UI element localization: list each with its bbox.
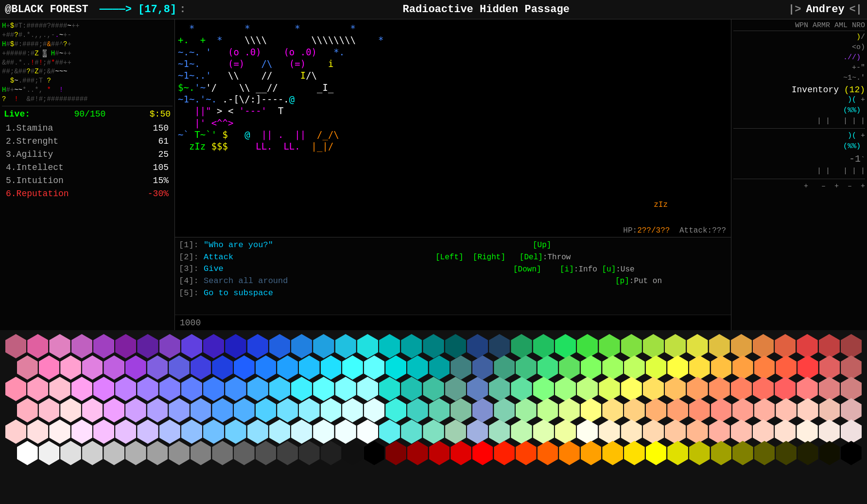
palette-color[interactable]	[299, 355, 320, 380]
palette-color[interactable]	[313, 377, 334, 401]
palette-color[interactable]	[511, 334, 532, 358]
palette-color[interactable]	[159, 334, 180, 358]
palette-color[interactable]	[115, 420, 136, 444]
palette-color[interactable]	[277, 441, 298, 465]
palette-grid[interactable]	[0, 334, 867, 504]
palette-color[interactable]	[841, 377, 862, 401]
action-3[interactable]: [3]: Give	[179, 263, 426, 275]
palette-color[interactable]	[643, 377, 664, 401]
palette-color[interactable]	[5, 334, 26, 358]
palette-color[interactable]	[225, 334, 246, 358]
palette-color[interactable]	[667, 355, 688, 380]
palette-color[interactable]	[247, 334, 268, 358]
palette-color[interactable]	[181, 377, 202, 401]
palette-color[interactable]	[451, 398, 471, 422]
palette-color[interactable]	[17, 398, 38, 422]
palette-color[interactable]	[423, 334, 444, 358]
palette-color[interactable]	[423, 420, 444, 444]
palette-color[interactable]	[621, 420, 642, 444]
palette-color[interactable]	[711, 441, 732, 465]
palette-color[interactable]	[581, 355, 602, 380]
palette-color[interactable]	[93, 377, 114, 401]
palette-color[interactable]	[82, 355, 103, 380]
palette-color[interactable]	[602, 355, 623, 380]
palette-color[interactable]	[17, 441, 38, 465]
palette-color[interactable]	[776, 355, 797, 380]
palette-color[interactable]	[49, 377, 70, 401]
palette-color[interactable]	[754, 441, 775, 465]
palette-color[interactable]	[538, 355, 558, 380]
palette-color[interactable]	[819, 441, 840, 465]
palette-color[interactable]	[665, 420, 686, 444]
palette-color[interactable]	[451, 441, 471, 465]
palette-color[interactable]	[797, 420, 817, 444]
palette-color[interactable]	[225, 420, 246, 444]
palette-color[interactable]	[533, 334, 554, 358]
palette-color[interactable]	[191, 398, 211, 422]
palette-color[interactable]	[798, 441, 818, 465]
palette-color[interactable]	[385, 355, 406, 380]
palette-color[interactable]	[291, 377, 312, 401]
palette-color[interactable]	[489, 377, 510, 401]
palette-color[interactable]	[60, 355, 81, 380]
palette-color[interactable]	[646, 355, 667, 380]
palette-color[interactable]	[39, 355, 60, 380]
palette-color[interactable]	[709, 377, 730, 401]
palette-color[interactable]	[429, 355, 450, 380]
palette-color[interactable]	[379, 334, 400, 358]
palette-color[interactable]	[335, 377, 356, 401]
palette-color[interactable]	[731, 377, 752, 401]
palette-color[interactable]	[256, 398, 277, 422]
palette-color[interactable]	[191, 441, 211, 465]
palette-color[interactable]	[247, 420, 268, 444]
palette-color[interactable]	[71, 334, 92, 358]
palette-color[interactable]	[687, 420, 708, 444]
palette-color[interactable]	[342, 441, 363, 465]
palette-color[interactable]	[516, 398, 537, 422]
palette-color[interactable]	[225, 377, 246, 401]
palette-color[interactable]	[797, 377, 817, 401]
palette-color[interactable]	[385, 398, 406, 422]
palette-color[interactable]	[181, 334, 202, 358]
palette-color[interactable]	[269, 377, 290, 401]
palette-color[interactable]	[533, 420, 554, 444]
palette-color[interactable]	[731, 334, 752, 358]
palette-color[interactable]	[511, 420, 532, 444]
palette-color[interactable]	[82, 398, 103, 422]
palette-color[interactable]	[299, 441, 320, 465]
palette-color[interactable]	[5, 420, 26, 444]
palette-color[interactable]	[709, 420, 730, 444]
palette-color[interactable]	[819, 420, 840, 444]
palette-color[interactable]	[581, 441, 602, 465]
palette-color[interactable]	[401, 420, 422, 444]
palette-color[interactable]	[732, 441, 753, 465]
palette-color[interactable]	[335, 334, 356, 358]
palette-color[interactable]	[169, 355, 190, 380]
palette-color[interactable]	[775, 377, 796, 401]
palette-color[interactable]	[277, 398, 298, 422]
palette-color[interactable]	[39, 398, 60, 422]
palette-color[interactable]	[472, 441, 493, 465]
palette-color[interactable]	[256, 441, 277, 465]
palette-color[interactable]	[538, 398, 558, 422]
palette-color[interactable]	[451, 355, 471, 380]
palette-color[interactable]	[115, 377, 136, 401]
palette-color[interactable]	[687, 334, 708, 358]
palette-color[interactable]	[643, 334, 664, 358]
palette-color[interactable]	[313, 334, 334, 358]
palette-color[interactable]	[212, 398, 233, 422]
palette-color[interactable]	[776, 398, 797, 422]
palette-color[interactable]	[445, 420, 466, 444]
palette-color[interactable]	[775, 420, 796, 444]
palette-color[interactable]	[269, 420, 290, 444]
palette-color[interactable]	[313, 420, 334, 444]
palette-color[interactable]	[577, 420, 598, 444]
palette-color[interactable]	[511, 377, 532, 401]
palette-color[interactable]	[277, 355, 298, 380]
palette-color[interactable]	[104, 441, 124, 465]
palette-color[interactable]	[291, 420, 312, 444]
action-2[interactable]: [2]: Attack	[179, 252, 426, 264]
palette-color[interactable]	[753, 420, 774, 444]
palette-color[interactable]	[27, 420, 48, 444]
palette-color[interactable]	[429, 398, 450, 422]
